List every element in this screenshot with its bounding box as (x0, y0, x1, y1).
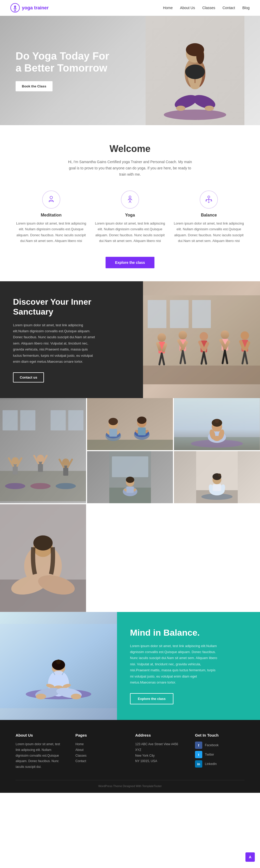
nav-home[interactable]: Home (163, 6, 173, 10)
footer-credit: WordPress Theme Designed With TemplateTo… (98, 784, 162, 787)
mind-image (0, 612, 117, 720)
nav-classes[interactable]: Classes (202, 6, 215, 10)
svg-point-48 (221, 331, 229, 339)
nav-contact[interactable]: Contact (223, 6, 235, 10)
logo-text: yoga trainer (22, 5, 48, 11)
svg-point-24 (208, 202, 209, 203)
footer-address-heading: Address (135, 733, 185, 737)
svg-rect-26 (148, 300, 166, 328)
discover-title: Discover Your Inner Sanctuary (13, 297, 130, 317)
logo[interactable]: yoga trainer (10, 3, 48, 12)
svg-point-64 (56, 483, 76, 489)
features-grid: Meditation Lorem ipsum dolor sit amet, t… (15, 190, 245, 244)
mind-left-visual (0, 612, 117, 720)
gallery-image-5 (174, 451, 260, 503)
meditation-icon (42, 190, 60, 209)
footer-about-text: Lorem ipsum dolor sit amet, test link ad… (15, 742, 65, 770)
footer-address-line1: 123 ABC Ave Street View #456 XYZ (135, 742, 185, 753)
discover-text: Lorem ipsum dolor sit amet, test link ad… (13, 322, 96, 365)
discover-content: Discover Your Inner Sanctuary Lorem ipsu… (0, 281, 143, 398)
yoga-title: Yoga (94, 213, 165, 218)
svg-rect-82 (87, 440, 173, 450)
svg-point-7 (164, 110, 226, 120)
footer-address: Address 123 ABC Ave Street View #456 XYZ… (135, 733, 185, 770)
footer-page-about[interactable]: About (75, 747, 125, 753)
svg-point-30 (158, 333, 166, 341)
svg-point-23 (208, 196, 210, 198)
svg-point-11 (196, 49, 204, 64)
yoga-icon (121, 190, 139, 209)
feature-meditation: Meditation Lorem ipsum dolor sit amet, t… (15, 190, 87, 244)
svg-point-146 (56, 659, 61, 664)
svg-rect-80 (68, 410, 84, 431)
feature-balance: Balance Lorem ipsum dolor sit amet, test… (173, 190, 245, 244)
balance-title: Balance (173, 213, 245, 218)
gallery-image-6 (0, 504, 86, 612)
svg-rect-114 (126, 487, 134, 493)
footer-page-home[interactable]: Home (75, 742, 125, 747)
social-linkedin[interactable]: in LinkedIn (195, 760, 245, 768)
footer-about-heading: About Us (15, 733, 65, 737)
twitter-icon: t (195, 751, 202, 758)
explore-class-button[interactable]: Explore the class (105, 257, 154, 268)
nav-about[interactable]: About Us (180, 6, 195, 10)
discover-image (143, 281, 260, 398)
svg-point-54 (240, 331, 249, 340)
svg-point-131 (33, 535, 53, 551)
nav-blog[interactable]: Blog (242, 6, 250, 10)
gallery-item-4 (87, 451, 173, 503)
gallery-image-3 (174, 398, 260, 450)
welcome-subtitle: Hi, I'm Samantha Gains Certified yoga Tr… (65, 159, 195, 178)
svg-point-143 (36, 694, 46, 700)
social-twitter[interactable]: t Twitter (195, 751, 245, 758)
mind-text: Lorem ipsum dolor sit amet, test link ad… (130, 643, 218, 686)
gallery-item-2 (87, 398, 173, 450)
svg-rect-88 (109, 429, 117, 437)
svg-rect-123 (213, 484, 221, 491)
balance-text: Lorem ipsum dolor sit amet, test link ad… (173, 221, 245, 244)
gallery-item-1 (0, 398, 86, 503)
welcome-section: Welcome Hi, I'm Samantha Gains Certified… (0, 125, 260, 281)
explore-the-class-button[interactable]: Explore the class (130, 693, 173, 704)
svg-point-18 (205, 106, 214, 111)
svg-rect-79 (51, 410, 66, 431)
svg-point-42 (200, 332, 208, 340)
footer-social-heading: Get In Touch (195, 733, 245, 737)
photo-gallery (0, 398, 260, 612)
linkedin-label: LinkedIn (205, 762, 217, 766)
social-facebook[interactable]: f Facebook (195, 742, 245, 749)
navigation: yoga trainer Home About Us Classes Conta… (0, 0, 260, 16)
nav-links: Home About Us Classes Contact Blog (163, 6, 250, 10)
svg-point-125 (218, 473, 221, 477)
feature-yoga: Yoga Lorem ipsum dolor sit amet, test li… (94, 190, 165, 244)
hero-section: Do Yoga Today For a Better Tomorrow Book… (0, 16, 260, 125)
meditation-title: Meditation (15, 213, 87, 218)
svg-rect-28 (192, 300, 211, 328)
svg-point-89 (108, 418, 118, 425)
svg-rect-95 (138, 428, 145, 435)
mind-content: Mind in Balance. Lorem ipsum dolor sit a… (117, 612, 260, 720)
book-class-button[interactable]: Book the Class (15, 81, 53, 91)
footer-address-line3: NY 10015, USA (135, 758, 185, 764)
gallery-item-3 (174, 398, 260, 450)
twitter-label: Twitter (205, 753, 214, 756)
social-links: f Facebook t Twitter in LinkedIn (195, 742, 245, 768)
gallery-item-5 (174, 451, 260, 503)
footer-grid: About Us Lorem ipsum dolor sit amet, tes… (15, 733, 245, 770)
facebook-label: Facebook (205, 743, 219, 747)
svg-point-62 (5, 483, 25, 489)
footer-page-contact[interactable]: Contact (75, 758, 125, 764)
linkedin-icon: in (195, 760, 202, 768)
svg-point-19 (185, 65, 205, 79)
svg-point-63 (30, 483, 51, 489)
footer-about: About Us Lorem ipsum dolor sit amet, tes… (15, 733, 65, 770)
hero-woman-figure (145, 16, 245, 125)
svg-rect-78 (20, 410, 35, 431)
footer-page-classes[interactable]: Classes (75, 753, 125, 759)
svg-point-14 (190, 83, 200, 89)
gallery-image-4 (87, 451, 173, 503)
contact-us-button[interactable]: Contact us (13, 372, 44, 382)
footer-social: Get In Touch f Facebook t Twitter in Lin… (195, 733, 245, 770)
welcome-heading: Welcome (15, 143, 245, 154)
svg-rect-77 (3, 410, 18, 431)
